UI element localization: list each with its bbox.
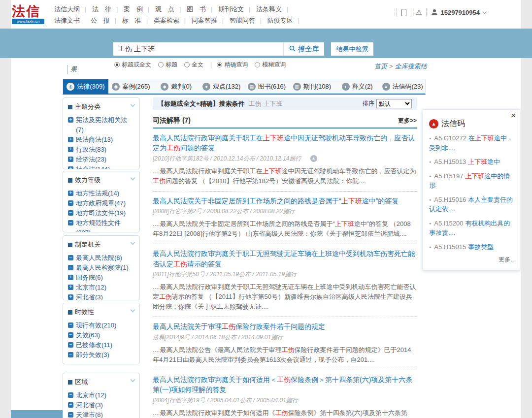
expand-toggle-icon[interactable]: + [68, 147, 73, 152]
mobile-app-button[interactable] [397, 8, 411, 17]
result-tab[interactable]: ▲ 法信码(23) [380, 79, 425, 94]
expand-toggle-icon[interactable]: − [68, 392, 73, 398]
expand-toggle-icon[interactable]: + [68, 191, 73, 196]
breadcrumb-current-link[interactable]: 全库搜索结 [395, 63, 427, 70]
expand-toggle-icon[interactable]: + [68, 157, 73, 162]
logo[interactable]: 法信 www.faxin.cn [12, 4, 46, 24]
code-list-item[interactable]: A5.H15016 本人主要责任的认定依.... [429, 195, 514, 214]
expand-toggle-icon[interactable]: + [68, 137, 73, 142]
filter-sidebar: 主题分类 +宪法及宪法相关法(7) +民法商法(13) +行政法(83) +经济… [63, 97, 140, 418]
expand-toggle-icon[interactable]: − [68, 200, 73, 206]
expand-toggle-icon[interactable]: − [68, 352, 73, 357]
search-all-button[interactable]: 搜全库 [283, 42, 324, 56]
expand-toggle-icon[interactable]: − [68, 322, 73, 328]
result-tab[interactable]: ◐ 释义(2) [334, 79, 380, 94]
result-title[interactable]: 最高人民法院行政审判庭关于职工无照驾驶无证车辆在上班途中受到机动车伤害死亡能否认… [153, 249, 417, 269]
filter-item[interactable]: −地方规范性文件(207) [68, 218, 134, 232]
result-tab[interactable]: ◆ 裁判(0) [154, 79, 199, 94]
expand-toggle-icon[interactable]: − [68, 412, 73, 418]
code-list-item[interactable]: A5.I15200 有权机构出具的事故责.... [429, 219, 514, 238]
search-mode-radio[interactable]: 精确查询 [217, 61, 248, 69]
nav-item[interactable]: 法律文书 [54, 17, 80, 24]
nav-item[interactable]: 图 书 [187, 5, 206, 13]
result-title[interactable]: 最高人民法院关于审理工伤保险行政案件若干问题的规定 [153, 322, 417, 331]
result-title[interactable]: 最高人民法院行政审判庭关于如何适用＜工伤保险条例＞第十四条第(六)项及第十六条第… [153, 375, 417, 395]
expand-toggle-icon[interactable]: − [68, 342, 73, 348]
filter-item[interactable]: −最高人民法院(6) [68, 253, 134, 263]
filter-item[interactable]: +国务院(6) [68, 273, 134, 283]
filter-item[interactable]: +民法商法(13) [68, 135, 134, 145]
expand-toggle-icon[interactable]: + [68, 285, 73, 290]
result-tab[interactable]: ● 观点(132) [199, 79, 244, 94]
expand-toggle-icon[interactable]: − [68, 402, 73, 408]
sort-select[interactable]: 默认 [376, 99, 412, 108]
code-list-item[interactable]: A5.G10272 在上下班途中，受到非.... [429, 133, 514, 153]
nav-item[interactable]: 标 准 [122, 17, 141, 24]
search-in-results-button[interactable]: 结果中检索 [331, 42, 373, 56]
result-tab[interactable]: ◎ 法律(309) [63, 79, 108, 94]
faxin-code-icon[interactable]: ▲ [310, 155, 317, 162]
panel-header: ▲ 法信码 [429, 119, 514, 129]
result-tab[interactable]: ▥ 期刊(108) [289, 79, 334, 94]
alert-button[interactable]: ⚠ [411, 8, 427, 17]
search-scope-radio[interactable]: 全文 [184, 61, 203, 69]
filter-item[interactable]: +经济法(23) [68, 155, 134, 164]
expand-toggle-icon[interactable]: − [68, 220, 73, 225]
search-mode-radio[interactable]: 模糊查询 [255, 61, 286, 69]
nav-item[interactable]: 法条释义 [256, 5, 282, 13]
filter-item[interactable]: −天津市(8) [68, 410, 134, 418]
breadcrumb-home-link[interactable]: 首页 [374, 63, 387, 70]
result-snippet: ....最高人民法院行政审判庭关于职工在上下班途中因无证驾驶机动车导致伤亡的，应… [153, 166, 417, 186]
nav-item[interactable]: 法 律 [92, 5, 111, 13]
search-scope-radio[interactable]: 标题 [158, 61, 177, 69]
expand-toggle-icon[interactable]: − [68, 265, 73, 270]
filter-item[interactable]: +宪法及宪法相关法(7) [68, 115, 134, 135]
nav-item[interactable]: 期刊论文 [218, 5, 244, 13]
expand-toggle-icon[interactable]: − [68, 255, 73, 260]
panel-more-link[interactable]: 更多.. [429, 256, 514, 264]
result-tab[interactable]: ▤ 图书(616) [244, 79, 290, 94]
filter-item[interactable]: −已被修改(11) [68, 340, 134, 350]
tab-icon: ◐ [342, 83, 350, 91]
result-tab[interactable]: ◉ 案例(265) [108, 79, 154, 94]
filter-item[interactable]: +河北省(3) [68, 292, 134, 300]
nav-item[interactable]: 同案智推 [192, 17, 217, 24]
filter-item[interactable]: −北京市(12) [68, 390, 134, 400]
filter-item[interactable]: +行政法(83) [68, 145, 134, 155]
filter-item[interactable]: +北京市(12) [68, 283, 134, 292]
filter-item[interactable]: −河北省(3) [68, 400, 134, 410]
close-icon[interactable]: × [511, 111, 516, 121]
filter-item[interactable]: +社会法(144) [68, 164, 134, 169]
tab-label: 案例(265) [122, 82, 150, 91]
filter-item[interactable]: −地方司法文件(19) [68, 208, 134, 218]
filter-item[interactable]: −部分失效(3) [68, 350, 134, 360]
code-list-item[interactable]: A5.H15015 事故类型 [429, 242, 514, 252]
nav-item[interactable]: 智能问答 [230, 17, 255, 24]
filter-item[interactable]: −失效(63) [68, 330, 134, 340]
filter-section-validity: 时效性 −现行有效(210) −失效(63) −已被修改(11) −部分失效(3… [63, 303, 140, 364]
nav-item[interactable]: 法信大纲 [54, 5, 80, 13]
filter-item[interactable]: +地方性法规(14) [68, 189, 134, 198]
nav-item[interactable]: 观 点 [155, 5, 174, 13]
expand-toggle-icon[interactable]: + [68, 117, 73, 123]
user-menu[interactable]: 15297910954 [426, 8, 491, 17]
nav-item[interactable]: 防疫专区 [267, 17, 293, 24]
nav-item[interactable]: 案 例 [124, 5, 143, 13]
expand-toggle-icon[interactable]: + [68, 166, 73, 169]
expand-toggle-icon[interactable]: − [68, 210, 73, 216]
search-input[interactable] [113, 42, 283, 56]
more-link[interactable]: 更多>> [398, 117, 417, 125]
expand-toggle-icon[interactable]: + [68, 275, 73, 280]
filter-item[interactable]: −现行有效(210) [68, 321, 134, 330]
code-list-item[interactable]: A5.H15013 上下班途中 [429, 157, 514, 167]
search-scope-radio[interactable]: 标题或全文 [114, 61, 151, 69]
result-title[interactable]: 最高人民法院关于非固定居所到工作场所之间的路线是否属于“上下班途中”的答复 [153, 196, 417, 206]
expand-toggle-icon[interactable]: − [68, 332, 73, 338]
expand-toggle-icon[interactable]: + [68, 294, 73, 300]
result-title[interactable]: 最高人民法院行政审判庭关于职工在上下班途中因无证驾驶机动车导致伤亡的，应否认定为… [153, 133, 417, 153]
nav-item[interactable]: 类案检索 [154, 17, 179, 24]
filter-item[interactable]: −地方政府规章(47) [68, 198, 134, 208]
filter-item[interactable]: −最高人民检察院(1) [68, 263, 134, 273]
nav-item[interactable]: 公 报 [91, 17, 110, 24]
code-list-item[interactable]: A5.I15197 上下班途中的情形 [429, 171, 514, 191]
